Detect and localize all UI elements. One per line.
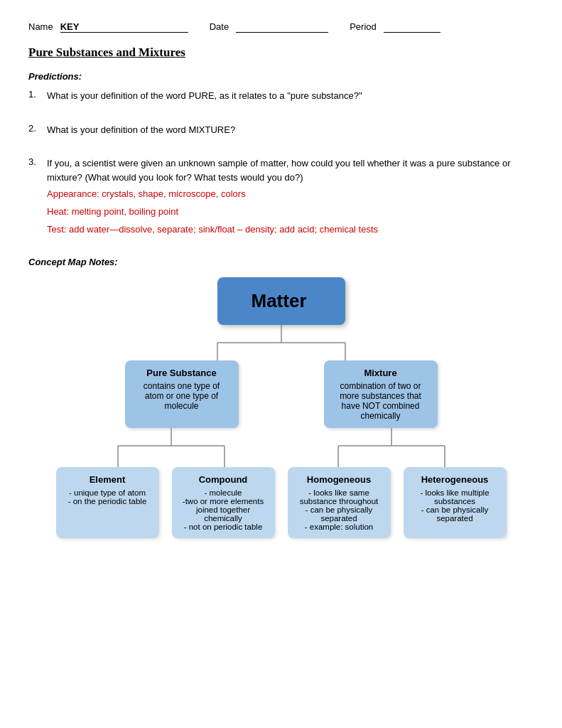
mixture-title: Mixture <box>334 368 428 378</box>
homogeneous-title: Homogeneous <box>295 474 384 485</box>
pure-substance-desc: contains one type of atom or one type of… <box>135 381 229 411</box>
mid-connectors <box>61 428 502 467</box>
q3-num: 3. <box>28 156 41 167</box>
element-desc: - unique type of atom - on the periodic … <box>63 488 152 505</box>
heterogeneous-title: Heterogeneous <box>411 474 499 485</box>
homogeneous-desc: - looks like same substance throughout -… <box>295 488 384 531</box>
pure-substance-title: Pure Substance <box>135 368 229 378</box>
level2-row: Pure Substance contains one type of atom… <box>28 360 534 428</box>
compound-title: Compound <box>179 474 268 485</box>
question-3: 3. If you, a scientist were given an unk… <box>28 156 534 237</box>
date-label: Date <box>210 21 229 32</box>
q3-answer2: Heat: melting point, boiling point <box>47 205 534 220</box>
name-value: KEY <box>60 21 188 33</box>
q3-answer3: Test: add water—dissolve, separate; sink… <box>47 223 534 237</box>
homogeneous-box: Homogeneous - looks like same substance … <box>288 467 391 538</box>
question-1: 1. What is your definition of the word P… <box>28 89 534 103</box>
q3-answer1: Appearance: crystals, shape, microscope,… <box>47 187 534 202</box>
period-line <box>384 21 441 33</box>
header: Name KEY Date Period <box>28 21 534 33</box>
predictions-label: Predictions: <box>28 71 534 82</box>
element-title: Element <box>63 474 152 485</box>
compound-box: Compound - molecule -two or more element… <box>172 467 275 538</box>
q2-text: What is your definition of the word MIXT… <box>47 123 235 137</box>
heterogeneous-desc: - looks like multiple substances - can b… <box>411 488 499 523</box>
q1-text: What is your definition of the word PURE… <box>47 89 362 103</box>
questions-list: 1. What is your definition of the word P… <box>28 89 534 237</box>
level3-row: Element - unique type of atom - on the p… <box>28 467 534 538</box>
matter-level: Matter <box>217 277 345 325</box>
q3-text: If you, a scientist were given an unknow… <box>47 158 511 183</box>
matter-box: Matter <box>217 277 345 325</box>
q2-num: 2. <box>28 123 41 134</box>
date-line <box>236 21 328 33</box>
pure-substance-box: Pure Substance contains one type of atom… <box>125 360 239 428</box>
element-box: Element - unique type of atom - on the p… <box>56 467 159 538</box>
concept-map-label: Concept Map Notes: <box>28 257 534 267</box>
mixture-desc: combination of two or more substances th… <box>334 381 428 421</box>
top-connectors <box>153 325 409 360</box>
concept-map: Matter Pure Substance contains one type … <box>28 277 534 538</box>
name-label: Name <box>28 21 53 32</box>
heterogeneous-box: Heterogeneous - looks like multiple subs… <box>404 467 507 538</box>
q1-num: 1. <box>28 89 41 100</box>
compound-desc: - molecule -two or more elements joined … <box>179 488 268 531</box>
page-title: Pure Substances and Mixtures <box>28 46 534 60</box>
period-label: Period <box>350 21 377 32</box>
mixture-box: Mixture combination of two or more subst… <box>324 360 438 428</box>
question-2: 2. What is your definition of the word M… <box>28 123 534 137</box>
